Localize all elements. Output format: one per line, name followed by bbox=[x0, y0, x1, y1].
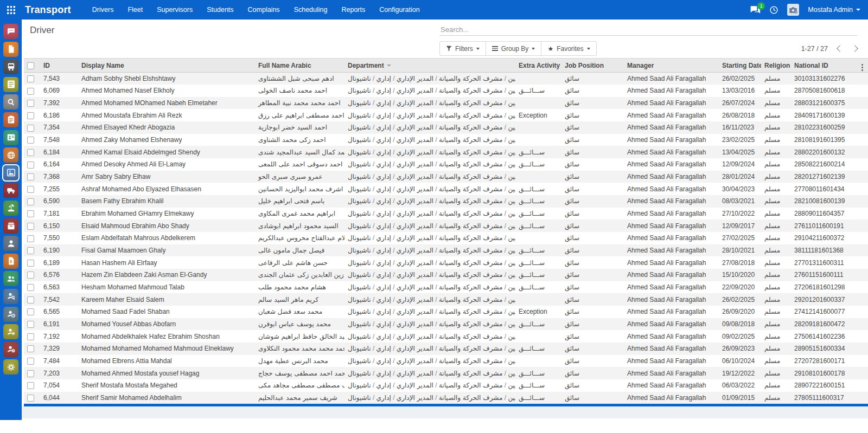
table-row[interactable]: 7,203Mohamed Ahmed Mostafa yousef Hagagم… bbox=[24, 367, 868, 379]
user-avatar-camera-icon[interactable] bbox=[787, 4, 799, 16]
row-checkbox[interactable] bbox=[27, 88, 34, 95]
favorites-button[interactable]: ★ Favorites bbox=[541, 41, 596, 56]
select-all-checkbox[interactable] bbox=[27, 62, 34, 69]
row-checkbox[interactable] bbox=[27, 100, 34, 107]
row-checkbox[interactable] bbox=[27, 186, 34, 193]
table-row[interactable]: 7,192Mohamed Abdelkhalek Hafez Ebrahim S… bbox=[24, 330, 868, 342]
invoice-app-icon[interactable]: $ bbox=[3, 254, 18, 269]
row-checkbox[interactable] bbox=[27, 125, 34, 132]
row-checkbox[interactable] bbox=[27, 395, 34, 402]
pager-next-button[interactable] bbox=[851, 45, 858, 52]
table-row[interactable]: 7,255Ashraf Mohamed Abo Elyazed Elhasase… bbox=[24, 183, 868, 195]
row-checkbox[interactable] bbox=[27, 223, 34, 230]
column-header-department[interactable]: Department bbox=[344, 59, 515, 73]
table-row[interactable]: 7,543Adham Sobhy Shebl Elshshtawyادهم صب… bbox=[24, 73, 868, 85]
row-checkbox[interactable] bbox=[27, 75, 34, 82]
row-checkbox[interactable] bbox=[27, 149, 34, 156]
column-options-icon[interactable] bbox=[859, 64, 865, 71]
row-checkbox[interactable] bbox=[27, 210, 34, 217]
row-checkbox[interactable] bbox=[27, 173, 34, 180]
row-checkbox[interactable] bbox=[27, 382, 34, 389]
table-row[interactable]: 7,484Mohamed Elbrens Attia Mahdalمحمد ال… bbox=[24, 355, 868, 367]
row-checkbox[interactable] bbox=[27, 198, 34, 205]
table-row[interactable]: 6,191Mohamed Yousef Abbas Abofarnمحمد يو… bbox=[24, 318, 868, 331]
column-header-extra-activity[interactable]: Extra Activity bbox=[515, 59, 561, 73]
table-row[interactable]: 6,150Elsaid Mahmoud Ebrahim Abo Shadyالس… bbox=[24, 219, 868, 232]
table-row[interactable]: 6,576Hazem Zin Elabdeen Zaki Asman El-Ga… bbox=[24, 269, 868, 281]
row-checkbox[interactable] bbox=[27, 161, 34, 169]
app-title[interactable]: Transport bbox=[25, 4, 71, 16]
nav-menu-drivers[interactable]: Drivers bbox=[85, 0, 121, 20]
nav-menu-students[interactable]: Students bbox=[200, 0, 240, 20]
search-input[interactable] bbox=[439, 24, 857, 36]
table-row[interactable]: 7,054Sherif Mostafa Mostafa Megahedشريف … bbox=[24, 379, 868, 392]
table-row[interactable]: 6,590Basem Fathy Ebrahim Khalilباسم فتحى… bbox=[24, 195, 868, 208]
table-row[interactable]: 7,181Ebrahim Mohamed GHamry Elmekawyابرا… bbox=[24, 208, 868, 220]
table-row[interactable]: 7,392Ahmed Mohamed MOhamed Nabeh Elmetah… bbox=[24, 97, 868, 109]
table-row[interactable]: 7,542Kareem Maher Elsaid Salemكريم ماهر … bbox=[24, 293, 868, 306]
row-checkbox[interactable] bbox=[27, 370, 34, 377]
hand-plant-app-icon[interactable] bbox=[3, 201, 18, 216]
activities-clock-icon[interactable] bbox=[769, 5, 778, 15]
table-row[interactable]: 6,563Hesham Mohamed Mahmoud Talabهشام مح… bbox=[24, 281, 868, 294]
chat-app-icon[interactable] bbox=[3, 24, 18, 39]
checklist-app-icon[interactable] bbox=[3, 77, 18, 92]
table-row[interactable]: 6,184Ahmed Kamal Elsaid Abdelmged Shendy… bbox=[24, 146, 868, 158]
table-row[interactable]: 6,186Ahmed Moustafa Ebrahim Ali Rezkاحمد… bbox=[24, 109, 868, 121]
column-header-national-id[interactable]: National ID bbox=[791, 59, 856, 73]
filters-button[interactable]: Filters bbox=[439, 41, 486, 56]
gear-app-icon[interactable] bbox=[3, 359, 18, 374]
search-app-icon[interactable] bbox=[3, 94, 18, 109]
row-checkbox[interactable] bbox=[27, 235, 34, 242]
column-header-id[interactable]: ID bbox=[40, 59, 78, 73]
row-checkbox[interactable] bbox=[27, 284, 34, 291]
person-ban-app-icon[interactable] bbox=[3, 342, 18, 357]
person-app-icon[interactable] bbox=[3, 236, 18, 251]
table-row[interactable]: 7,548Ahmed Zaky Mohamed Elshenawyاحمد زك… bbox=[24, 134, 868, 146]
row-checkbox[interactable] bbox=[27, 321, 34, 328]
table-row[interactable]: 6,189Hasan Hashem Ali Elrfaayحسن هاشم عل… bbox=[24, 256, 868, 269]
pager-previous-button[interactable] bbox=[837, 45, 844, 52]
table-row[interactable]: 6,565Mohamed Saad Fadel Shabanمحمد سعد ف… bbox=[24, 306, 868, 318]
table-row[interactable]: 6,044Sherif Samir Mohamed Abdelhalimشريف… bbox=[24, 392, 868, 404]
id-card-app-icon[interactable] bbox=[3, 130, 18, 145]
globe-app-icon[interactable] bbox=[3, 147, 18, 163]
photo-app-icon[interactable] bbox=[3, 165, 18, 180]
row-checkbox[interactable] bbox=[27, 260, 34, 267]
nav-menu-scheduling[interactable]: Scheduling bbox=[287, 0, 335, 20]
user-menu[interactable]: Mostafa Admin bbox=[808, 6, 860, 14]
row-checkbox[interactable] bbox=[27, 358, 34, 365]
table-row[interactable]: 7,354Ahmed Elsayed Khedr Abogaziaاحمد ال… bbox=[24, 121, 868, 134]
table-row[interactable]: 6,069Ahmed Mohamed Nasef Elkholyاحمد محم… bbox=[24, 85, 868, 97]
table-row[interactable]: 7,329Mohamed Mohamed Mohamed Mahmoud Eln… bbox=[24, 342, 868, 355]
table-row[interactable]: 6,190Fisal Gamal Maamoen Ghalyفيصل جمال … bbox=[24, 244, 868, 257]
row-checkbox[interactable] bbox=[27, 345, 34, 352]
apps-grid-icon[interactable] bbox=[0, 0, 22, 20]
bus-app-icon[interactable] bbox=[3, 59, 18, 74]
row-checkbox[interactable] bbox=[27, 247, 34, 254]
person-gear-app-icon[interactable] bbox=[3, 324, 18, 339]
nav-menu-supervisors[interactable]: Supervisors bbox=[150, 0, 200, 20]
people-app-icon[interactable] bbox=[3, 271, 18, 286]
row-checkbox[interactable] bbox=[27, 296, 34, 303]
column-header-job-position[interactable]: Job Position bbox=[561, 59, 624, 73]
column-header-full-name-arabic[interactable]: Full Name Arabic bbox=[255, 59, 344, 73]
nav-menu-reports[interactable]: Reports bbox=[334, 0, 372, 20]
column-header-manager[interactable]: Manager bbox=[624, 59, 719, 73]
nav-menu-fleet[interactable]: Fleet bbox=[120, 0, 150, 20]
group-by-button[interactable]: Group By bbox=[486, 41, 542, 56]
box-app-icon[interactable] bbox=[3, 218, 18, 234]
clipboard-app-icon[interactable] bbox=[3, 112, 18, 127]
table-row[interactable]: 7,368Amr Sabry Sabry Elhawعمرو صبرى صبرى… bbox=[24, 171, 868, 183]
row-checkbox[interactable] bbox=[27, 137, 34, 144]
row-checkbox[interactable] bbox=[27, 272, 34, 279]
document-app-icon[interactable] bbox=[3, 42, 18, 57]
person-search-app-icon[interactable] bbox=[3, 289, 18, 304]
row-checkbox[interactable] bbox=[27, 112, 34, 119]
person-clock-app-icon[interactable] bbox=[3, 307, 18, 322]
messages-icon[interactable]: 1 bbox=[750, 5, 761, 14]
column-header-starting-date[interactable]: Starting Date bbox=[719, 59, 761, 73]
nav-menu-configuration[interactable]: Configuration bbox=[372, 0, 426, 20]
truck-app-icon[interactable] bbox=[3, 183, 18, 198]
column-header-display-name[interactable]: Display Name bbox=[78, 59, 255, 73]
